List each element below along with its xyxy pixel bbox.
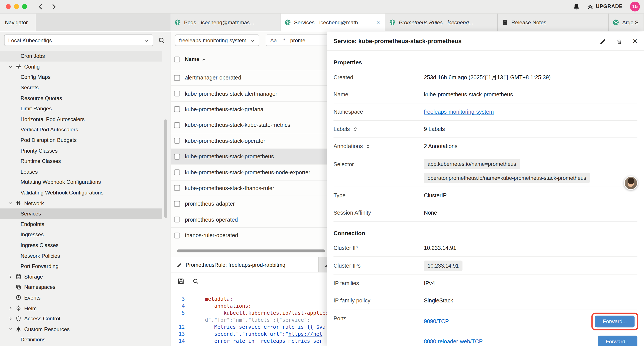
tab-argo-s[interactable]: Argo S	[609, 13, 644, 31]
port-line: 9090/TCPForward...	[424, 313, 638, 330]
namespace-link[interactable]: freeleaps-monitoring-system	[424, 109, 494, 115]
expand-toggle[interactable]	[366, 144, 370, 149]
row-checkbox[interactable]	[174, 106, 180, 112]
window-minimize-button[interactable]	[14, 4, 19, 9]
sidebar-item-config-maps[interactable]: Config Maps	[0, 72, 162, 82]
ns-chevron-wrap	[250, 37, 255, 43]
port-link[interactable]: 9090/TCP	[424, 318, 449, 324]
sidebar-item-port-forwarding[interactable]: Port Forwarding	[0, 261, 162, 271]
row-label-text: Type	[334, 193, 346, 199]
events-icon	[16, 295, 21, 301]
sidebar-item-definitions[interactable]: Definitions	[0, 335, 162, 345]
horizontal-scrollbar-thumb[interactable]	[177, 249, 325, 252]
sidebar-item-runtime-classes[interactable]: Runtime Classes	[0, 156, 162, 166]
row-label-text: Name	[334, 91, 348, 98]
sidebar-item-horizontal-pod-autoscalers[interactable]: Horizontal Pod Autoscalers	[0, 114, 162, 124]
kubernetes-icon	[284, 19, 291, 25]
sidebar-item-storage[interactable]: Storage	[0, 271, 162, 282]
row-label-text: Cluster IP	[334, 245, 358, 251]
sidebar-item-validating-webhook-configurations[interactable]: Validating Webhook Configurations	[0, 187, 162, 198]
row-checkbox[interactable]	[174, 217, 180, 223]
sidebar-item-label: Access Control	[24, 316, 60, 322]
row-label-text: Created	[334, 74, 353, 80]
sidebar-item-events[interactable]: Events	[0, 292, 162, 303]
sidebar-item-label: Horizontal Pod Autoscalers	[20, 116, 84, 122]
sidebar-item-custom-resources[interactable]: Custom Resources	[0, 324, 162, 335]
name-column-header[interactable]: Name	[185, 56, 206, 62]
service-name: prometheus-adapter	[185, 201, 235, 207]
expand-toggle[interactable]	[353, 127, 358, 131]
row-checkbox[interactable]	[174, 201, 180, 207]
sidebar-item-ingress-classes[interactable]: Ingress Classes	[0, 240, 162, 251]
sidebar-item-network-policies[interactable]: Network Policies	[0, 250, 162, 261]
sidebar-item-ingresses[interactable]: Ingresses	[0, 230, 162, 240]
tab-release-notes[interactable]: Release Notes	[498, 13, 609, 31]
sidebar-scrollbar-thumb[interactable]	[164, 119, 167, 218]
service-name: kube-prometheus-stack-operator	[185, 138, 265, 144]
detail-row-cluster-ips: Cluster IPs10.233.14.91	[334, 257, 638, 275]
sidebar-item-namespaces[interactable]: Namespaces	[0, 282, 162, 292]
forward-button-nav[interactable]	[50, 3, 58, 10]
detail-row-labels: Labels9 Labels	[334, 121, 638, 138]
service-name: thanos-ruler-operated	[185, 232, 238, 239]
sidebar-item-pod-disruption-budgets[interactable]: Pod Disruption Budgets	[0, 135, 162, 145]
upgrade-button[interactable]: UPGRADE	[587, 3, 623, 10]
row-value-text: 2 Annotations	[424, 143, 458, 149]
row-checkbox[interactable]	[174, 233, 180, 238]
sidebar-item-mutating-webhook-configurations[interactable]: Mutating Webhook Configurations	[0, 177, 162, 187]
row-checkbox[interactable]	[174, 75, 180, 81]
sidebar-item-endpoints[interactable]: Endpoints	[0, 219, 162, 230]
notification-count-badge[interactable]: 15	[630, 1, 640, 11]
forward-button[interactable]: Forward...	[595, 315, 634, 327]
sidebar-item-vertical-pod-autoscalers[interactable]: Vertical Pod Autoscalers	[0, 124, 162, 135]
sidebar-item-leases[interactable]: Leases	[0, 166, 162, 177]
avatar[interactable]	[624, 176, 638, 190]
sidebar-item-access-control[interactable]: Access Control	[0, 313, 162, 324]
delete-service-button[interactable]	[616, 37, 623, 45]
port-link[interactable]: 8080:reloader-web/TCP	[424, 338, 483, 345]
kubeconfig-selector[interactable]: Local Kubeconfigs	[4, 34, 153, 46]
sidebar-item-label: Ingress Classes	[20, 242, 58, 248]
close-panel-button[interactable]: ×	[632, 37, 638, 45]
tab-prometheus-rules-icecheng[interactable]: Prometheus Rules - icecheng...	[385, 13, 498, 31]
updown-icon	[353, 127, 358, 131]
tab-services-icecheng-math[interactable]: Services - icecheng@math...×	[280, 13, 385, 31]
namespace-selector[interactable]: freeleaps-monitoring-system	[175, 34, 259, 46]
window-zoom-button[interactable]	[22, 4, 27, 9]
row-checkbox[interactable]	[174, 91, 180, 96]
forward-button[interactable]: Forward...	[598, 336, 638, 346]
sidebar-item-cron-jobs[interactable]: Cron Jobs	[0, 51, 162, 61]
sidebar-item-label: Network	[24, 200, 44, 206]
sidebar-item-limit-ranges[interactable]: Limit Ranges	[0, 103, 162, 114]
sidebar-item-label: Limit Ranges	[20, 106, 52, 112]
regex-toggle[interactable]: .*	[282, 37, 285, 43]
back-button[interactable]	[37, 3, 44, 10]
edit-service-button[interactable]	[600, 37, 606, 45]
config-icon	[16, 64, 21, 69]
sidebar-item-config[interactable]: Config	[0, 61, 162, 72]
save-button[interactable]	[177, 277, 184, 285]
row-label-text: IP families	[334, 280, 359, 287]
match-case-toggle[interactable]: Aa	[270, 37, 277, 43]
sidebar-item-helm[interactable]: Helm	[0, 303, 162, 313]
row-checkbox[interactable]	[174, 138, 180, 144]
sidebar-item-network[interactable]: Network	[0, 198, 162, 209]
sidebar-search-button[interactable]	[158, 36, 165, 44]
sidebar-item-resource-quotas[interactable]: Resource Quotas	[0, 93, 162, 103]
row-checkbox[interactable]	[174, 169, 180, 175]
select-all-checkbox[interactable]	[174, 56, 180, 62]
service-name: prometheus-operated	[185, 217, 238, 223]
tab-close-icon[interactable]: ×	[376, 19, 381, 26]
row-checkbox[interactable]	[174, 154, 180, 159]
value-badge: 10.233.14.91	[424, 261, 462, 271]
dock-tab-prometheusrule[interactable]: PrometheusRule: freeleaps-prod-rabbitmq	[171, 257, 319, 272]
sidebar-item-priority-classes[interactable]: Priority Classes	[0, 145, 162, 156]
editor-search-button[interactable]	[193, 278, 199, 285]
sidebar-item-services[interactable]: Services	[0, 209, 162, 219]
row-checkbox[interactable]	[174, 185, 180, 191]
row-checkbox[interactable]	[174, 122, 180, 128]
notifications-bell-button[interactable]	[573, 3, 580, 10]
tab-pods-icecheng-mathmas[interactable]: Pods - icecheng@mathmas...	[170, 13, 280, 31]
window-close-button[interactable]	[6, 4, 10, 9]
sidebar-item-secrets[interactable]: Secrets	[0, 82, 162, 93]
